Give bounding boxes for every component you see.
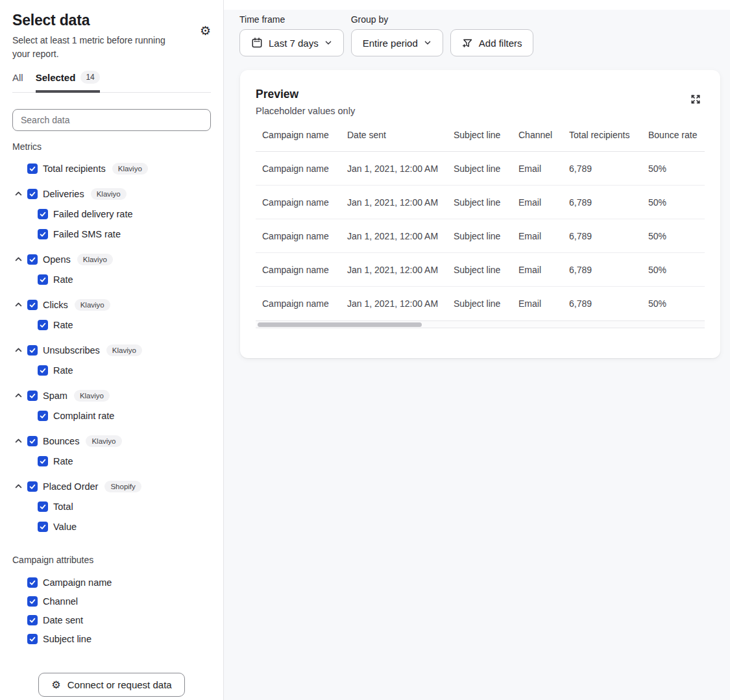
- table-row[interactable]: Campaign nameJan 1, 2021, 12:00 AMSubjec…: [256, 287, 705, 320]
- attribute-item-date-sent[interactable]: Date sent: [12, 610, 211, 629]
- tab-selected-label: Selected: [36, 72, 76, 83]
- metric-item-rate[interactable]: Rate: [12, 360, 211, 380]
- table-row[interactable]: Campaign nameJan 1, 2021, 12:00 AMSubjec…: [256, 253, 705, 287]
- chevron-up-icon[interactable]: [14, 391, 23, 400]
- metric-item-unsubscribes[interactable]: UnsubscribesKlaviyo: [12, 340, 211, 360]
- settings-gear-icon[interactable]: ⚙: [200, 25, 211, 37]
- chevron-up-icon[interactable]: [14, 189, 23, 198]
- checkbox-value[interactable]: [38, 522, 48, 532]
- horizontal-scrollbar[interactable]: [256, 320, 705, 328]
- metric-label: Rate: [53, 320, 73, 330]
- table-cell: Jan 1, 2021, 12:00 AM: [341, 186, 447, 219]
- checkbox-total-recipients[interactable]: [27, 163, 38, 174]
- source-badge: Klaviyo: [86, 435, 121, 447]
- preview-table-header: Campaign nameDate sentSubject lineChanne…: [256, 130, 705, 152]
- source-badge: Klaviyo: [106, 344, 142, 356]
- checkbox-campaign-name[interactable]: [27, 577, 38, 588]
- chevron-up-icon[interactable]: [14, 482, 23, 490]
- metric-item-failed-sms-rate[interactable]: Failed SMS rate: [12, 224, 211, 244]
- expand-preview-button[interactable]: [688, 91, 703, 109]
- checkbox-bounces[interactable]: [27, 436, 38, 446]
- metric-item-total-recipients[interactable]: Total recipientsKlaviyo: [12, 158, 211, 178]
- checkbox-subject-line[interactable]: [27, 634, 38, 644]
- table-cell: Campaign name: [256, 287, 341, 320]
- connect-or-request-data-button[interactable]: ⚙ Connect or request data: [38, 673, 184, 697]
- time-frame-value: Last 7 days: [269, 38, 319, 49]
- table-cell: 6,789: [563, 186, 642, 219]
- checkbox-clicks[interactable]: [27, 300, 38, 310]
- metric-item-rate[interactable]: Rate: [12, 451, 211, 471]
- time-frame-select[interactable]: Last 7 days: [239, 29, 344, 56]
- chevron-up-icon[interactable]: [14, 255, 23, 263]
- metric-item-placed-order[interactable]: Placed OrderShopify: [12, 476, 211, 496]
- table-cell: Email: [512, 152, 563, 185]
- attribute-item-campaign-name[interactable]: Campaign name: [12, 573, 211, 592]
- checkbox-rate[interactable]: [38, 456, 48, 466]
- source-badge: Klaviyo: [91, 188, 127, 200]
- table-row[interactable]: Campaign nameJan 1, 2021, 12:00 AMSubjec…: [256, 152, 705, 186]
- source-badge: Shopify: [104, 481, 141, 492]
- metric-label: Unsubscribes: [43, 345, 100, 356]
- checkbox-opens[interactable]: [27, 254, 38, 265]
- metric-item-complaint-rate[interactable]: Complaint rate: [12, 405, 211, 426]
- chevron-up-icon[interactable]: [14, 300, 23, 309]
- group-by-select[interactable]: Entire period: [351, 29, 443, 56]
- source-badge: Klaviyo: [74, 390, 110, 402]
- checkbox-failed-delivery-rate[interactable]: [38, 209, 48, 219]
- preview-table-body: Campaign nameJan 1, 2021, 12:00 AMSubjec…: [256, 152, 705, 320]
- sidebar-header-text: Select data Select at least 1 metric bef…: [12, 12, 181, 61]
- table-cell: Email: [512, 186, 563, 219]
- checkbox-rate[interactable]: [38, 274, 48, 285]
- metric-item-value[interactable]: Value: [12, 516, 211, 537]
- checkbox-complaint-rate[interactable]: [38, 411, 48, 421]
- expand-icon: [689, 93, 702, 106]
- chevron-down-icon: [424, 39, 432, 47]
- checkbox-deliveries[interactable]: [27, 189, 38, 199]
- metric-item-rate[interactable]: Rate: [12, 269, 211, 289]
- tab-all[interactable]: All: [12, 71, 23, 92]
- metric-item-rate[interactable]: Rate: [12, 315, 211, 335]
- table-cell: 6,789: [563, 152, 642, 185]
- tab-selected[interactable]: Selected 14: [36, 71, 100, 92]
- chevron-up-icon[interactable]: [14, 437, 23, 445]
- table-cell: 50%: [642, 287, 705, 320]
- metric-item-opens[interactable]: OpensKlaviyo: [12, 249, 211, 269]
- add-filters-button[interactable]: Add filters: [450, 29, 534, 56]
- scrollbar-thumb[interactable]: [258, 322, 422, 327]
- metric-item-total[interactable]: Total: [12, 496, 211, 516]
- report-main: Time frame Last 7 days: [224, 0, 730, 700]
- checkbox-channel[interactable]: [27, 596, 38, 607]
- metric-label: Opens: [43, 254, 71, 265]
- search-input[interactable]: [12, 109, 211, 131]
- group-by-value: Entire period: [363, 38, 418, 49]
- checkbox-failed-sms-rate[interactable]: [38, 229, 48, 239]
- checkbox-placed-order[interactable]: [27, 481, 38, 492]
- table-row[interactable]: Campaign nameJan 1, 2021, 12:00 AMSubjec…: [256, 219, 705, 253]
- checkbox-rate[interactable]: [38, 365, 48, 376]
- table-cell: 50%: [642, 219, 705, 252]
- metric-item-failed-delivery-rate[interactable]: Failed delivery rate: [12, 204, 211, 224]
- selected-count-badge: 14: [80, 71, 99, 84]
- attribute-label: Subject line: [43, 634, 91, 644]
- checkbox-spam[interactable]: [27, 391, 38, 401]
- column-header-campaign-name: Campaign name: [256, 130, 341, 151]
- table-row[interactable]: Campaign nameJan 1, 2021, 12:00 AMSubjec…: [256, 186, 705, 219]
- checkbox-date-sent[interactable]: [27, 615, 38, 625]
- attribute-item-subject-line[interactable]: Subject line: [12, 629, 211, 648]
- metric-item-spam[interactable]: SpamKlaviyo: [12, 385, 211, 405]
- table-cell: Campaign name: [256, 152, 341, 185]
- attribute-item-channel[interactable]: Channel: [12, 592, 211, 610]
- checkbox-rate[interactable]: [38, 320, 48, 330]
- metric-item-deliveries[interactable]: DeliveriesKlaviyo: [12, 184, 211, 204]
- metric-label: Bounces: [43, 436, 79, 446]
- table-cell: Campaign name: [256, 253, 341, 286]
- metric-label: Spam: [43, 391, 67, 401]
- page-title: Select data: [12, 12, 181, 29]
- metric-item-bounces[interactable]: BouncesKlaviyo: [12, 431, 211, 451]
- checkbox-unsubscribes[interactable]: [27, 345, 38, 356]
- metric-group-placed-order: Placed OrderShopifyTotalValue: [12, 476, 211, 537]
- select-data-panel: Select data Select at least 1 metric bef…: [0, 0, 224, 700]
- chevron-up-icon[interactable]: [14, 346, 23, 354]
- metric-item-clicks[interactable]: ClicksKlaviyo: [12, 295, 211, 315]
- checkbox-total[interactable]: [38, 501, 48, 512]
